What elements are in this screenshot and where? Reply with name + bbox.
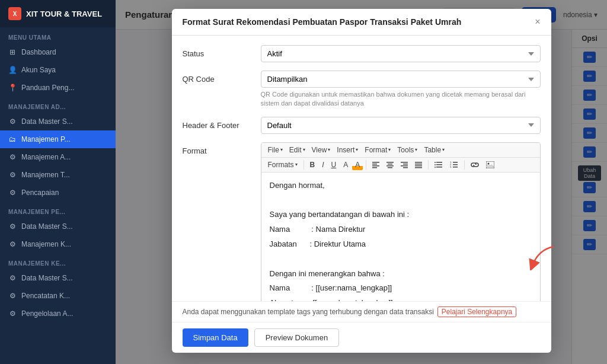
underline-button[interactable]: U: [328, 159, 340, 170]
svg-rect-15: [415, 167, 422, 168]
modal-footer-info: Anda dapat menggunakan template tags yan…: [172, 301, 551, 322]
sidebar-item-manajemen-a[interactable]: ⚙ Manajemen A...: [0, 148, 116, 166]
sidebar-item-pencapaian[interactable]: ⚙ Pencapaian: [0, 184, 116, 202]
format-control: File ▾ Edit ▾ View ▾ Insert ▾ Format ▾ T…: [261, 142, 541, 301]
svg-point-16: [435, 162, 436, 163]
sidebar-item-label: Manajemen K...: [21, 240, 71, 248]
formats-arrow: ▾: [295, 162, 298, 167]
rich-text-editor: File ▾ Edit ▾ View ▾ Insert ▾ Format ▾ T…: [261, 142, 541, 301]
toolbar-separator-4: [464, 160, 465, 170]
editor-line-1: Dengan hormat,: [270, 180, 532, 192]
file-menu[interactable]: File ▾: [265, 145, 286, 155]
insert-arrow: ▾: [356, 147, 358, 152]
sidebar-item-pengelolaan[interactable]: ⚙ Pengelolaan A...: [0, 305, 116, 323]
editor-line-7: Dengan ini menerangkan bahwa :: [270, 268, 532, 280]
svg-rect-3: [372, 167, 377, 168]
view-arrow: ▾: [328, 147, 330, 152]
logo-icon: X: [8, 7, 21, 20]
qrcode-hint: QR Code digunakan untuk memastikan bahwa…: [261, 90, 541, 108]
dashboard-icon: ⊞: [8, 48, 17, 56]
save-button[interactable]: Simpan Data: [183, 328, 248, 347]
sidebar-item-label: Data Master S...: [21, 117, 73, 126]
modal-body: Status Aktif Nonaktif QR Code Ditampilka…: [172, 36, 551, 301]
headerfooter-row: Header & Footer Default Custom Tidak Ada: [183, 117, 541, 134]
preview-button[interactable]: Preview Dokumen: [254, 328, 340, 347]
learn-more-link[interactable]: Pelajari Selengkapnya: [437, 306, 516, 317]
sidebar-section-menu-utama: MENU UTAMA: [0, 27, 116, 43]
sidebar-item-panduan[interactable]: 📍 Panduan Peng...: [0, 79, 116, 97]
sidebar-item-dashboard[interactable]: ⊞ Dashboard: [0, 43, 116, 61]
status-select[interactable]: Aktif Nonaktif: [261, 45, 541, 62]
sidebar-item-label: Dashboard: [21, 48, 56, 56]
align-justify-button[interactable]: [412, 160, 425, 170]
sidebar-item-akun-saya[interactable]: 👤 Akun Saya: [0, 61, 116, 79]
align-left-icon: [372, 161, 379, 168]
list-ul-button[interactable]: [432, 160, 446, 170]
image-button[interactable]: [483, 160, 497, 170]
svg-rect-21: [436, 167, 442, 168]
settings-icon: ⚙: [8, 117, 17, 126]
sidebar-item-label: Data Master S...: [21, 222, 73, 231]
qrcode-select[interactable]: Ditampilkan Disembunyikan: [261, 71, 541, 88]
sidebar-item-label: Pencatatan K...: [21, 292, 70, 300]
bold-button[interactable]: B: [307, 159, 318, 170]
sidebar-item-label: Manajemen T...: [21, 171, 70, 179]
sidebar-item-data-master-1[interactable]: ⚙ Data Master S...: [0, 113, 116, 130]
logo-text: XIT TOUR & TRAVEL: [26, 9, 102, 18]
modal-actions: Simpan Data Preview Dokumen: [172, 322, 551, 353]
sidebar: X XIT TOUR & TRAVEL MENU UTAMA ⊞ Dashboa…: [0, 0, 116, 364]
svg-rect-23: [453, 162, 458, 163]
insert-menu[interactable]: Insert ▾: [334, 145, 361, 155]
editor-toolbar-row1: File ▾ Edit ▾ View ▾ Insert ▾ Format ▾ T…: [261, 143, 540, 158]
editor-line-4: Nama : Nama Direktur: [270, 223, 532, 236]
sidebar-item-manajemen-t[interactable]: ⚙ Manajemen T...: [0, 166, 116, 184]
font-color-button[interactable]: A: [340, 159, 351, 170]
sidebar-item-label: Manajemen A...: [21, 153, 71, 161]
svg-rect-6: [386, 165, 394, 167]
editor-line-6: [270, 253, 532, 266]
modal-close-button[interactable]: ×: [535, 17, 540, 27]
svg-rect-1: [372, 164, 377, 165]
toolbar-separator-2: [366, 160, 366, 170]
svg-rect-2: [372, 165, 379, 167]
modal-overlay: Format Surat Rekomendasi Pembuatan Paspo…: [116, 0, 607, 364]
sidebar-item-manajemen-p[interactable]: 🗂 Manajemen P...: [0, 130, 116, 148]
svg-text:3.: 3.: [450, 165, 452, 168]
view-menu[interactable]: View ▾: [309, 145, 334, 155]
svg-rect-5: [388, 164, 392, 165]
status-control: Aktif Nonaktif: [261, 45, 541, 62]
align-left-button[interactable]: [369, 160, 382, 170]
tools-menu[interactable]: Tools ▾: [394, 145, 420, 155]
sidebar-item-data-master-2[interactable]: ⚙ Data Master S...: [0, 218, 116, 235]
highlight-button[interactable]: A: [352, 159, 363, 170]
format-menu[interactable]: Format ▾: [362, 145, 394, 155]
align-justify-icon: [415, 161, 422, 168]
sidebar-item-label: Panduan Peng...: [21, 84, 74, 92]
headerfooter-label: Header & Footer: [183, 117, 254, 130]
svg-rect-19: [436, 164, 442, 165]
settings4-icon: ⚙: [8, 222, 17, 231]
sidebar-logo: X XIT TOUR & TRAVEL: [0, 0, 116, 27]
formats-dropdown[interactable]: Formats ▾: [265, 159, 301, 170]
table-menu[interactable]: Table ▾: [421, 145, 448, 155]
sidebar-item-manajemen-k[interactable]: ⚙ Manajemen K...: [0, 235, 116, 253]
link-button[interactable]: [468, 161, 482, 169]
sidebar-item-label: Manajemen P...: [21, 135, 71, 143]
align-center-button[interactable]: [384, 160, 397, 170]
align-right-button[interactable]: [398, 160, 411, 170]
align-center-icon: [386, 161, 394, 168]
editor-content-area[interactable]: Dengan hormat, Saya yang bertandatangan …: [261, 173, 540, 301]
editor-line-5: Jabatan : Direktur Utama: [270, 238, 532, 251]
sidebar-item-pencatatan[interactable]: ⚙ Pencatatan K...: [0, 287, 116, 305]
edit-menu[interactable]: Edit ▾: [286, 145, 308, 155]
svg-rect-4: [386, 162, 394, 163]
italic-button[interactable]: I: [319, 159, 327, 170]
editor-line-8: Nama : [[user:nama_lengkap]]: [270, 282, 532, 295]
list-ol-button[interactable]: 1.2.3.: [447, 160, 461, 170]
sidebar-item-data-master-3[interactable]: ⚙ Data Master S...: [0, 269, 116, 287]
editor-line-3: Saya yang bertandatangan di bawah ini :: [270, 209, 532, 221]
headerfooter-select[interactable]: Default Custom Tidak Ada: [261, 117, 541, 134]
link-icon: [471, 162, 479, 168]
qrcode-control: Ditampilkan Disembunyikan QR Code diguna…: [261, 71, 541, 108]
status-label: Status: [183, 45, 254, 58]
